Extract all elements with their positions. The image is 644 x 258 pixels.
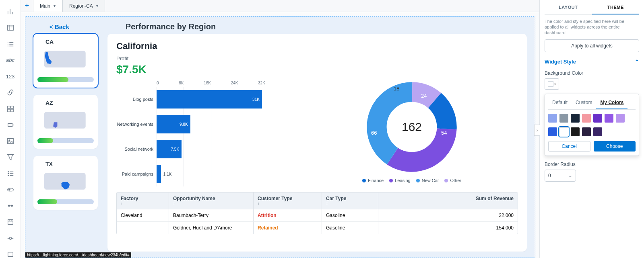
donut-seg-label: 66 (371, 130, 377, 136)
color-swatch-grid (548, 114, 636, 136)
color-cancel-button[interactable]: Cancel (548, 141, 590, 152)
donut-seg-label: 54 (441, 130, 447, 136)
component-icon[interactable] (6, 251, 14, 258)
date-icon[interactable] (6, 218, 14, 225)
theme-panel-tabs: LAYOUT THEME (545, 0, 639, 15)
metric-value: $7.5K (116, 63, 518, 76)
donut-seg-label: 18 (394, 86, 399, 92)
table-header-row: Factory↑ Opportunity Name↑ Customer Type… (117, 192, 518, 209)
tab-layout[interactable]: LAYOUT (545, 0, 592, 14)
color-tab-default[interactable]: Default (548, 97, 572, 109)
slider-icon[interactable] (6, 235, 14, 242)
sort-asc-icon[interactable]: ↑ (173, 201, 249, 206)
color-swatch[interactable] (582, 127, 591, 136)
image-icon[interactable] (6, 137, 14, 145)
color-swatch[interactable] (593, 127, 602, 136)
svg-point-9 (8, 175, 8, 176)
chart-bar-icon[interactable] (6, 8, 14, 15)
main-widget[interactable]: California Profit $7.5K 0 8K 16K 24K 32K (107, 34, 527, 252)
dashboard-page[interactable]: < Back Performance by Region CA AZ (25, 16, 535, 258)
region-card-az[interactable]: AZ (33, 95, 98, 149)
color-swatch-selected[interactable] (559, 127, 568, 136)
tab-theme[interactable]: THEME (592, 0, 640, 14)
color-tab-mycolors[interactable]: My Colors (596, 97, 627, 109)
region-card-tx[interactable]: TX (33, 156, 98, 210)
sort-asc-icon[interactable]: ↑ (258, 201, 318, 206)
toggle-icon[interactable] (6, 186, 14, 193)
color-swatch[interactable] (548, 127, 557, 136)
svg-point-7 (8, 171, 8, 172)
region-selector: CA AZ TX (33, 34, 98, 252)
region-label: CA (45, 39, 94, 45)
chevron-down-icon: ⌄ (568, 173, 572, 178)
tab-main[interactable]: Main▾ (33, 0, 62, 12)
number-icon[interactable]: 123 (6, 73, 14, 80)
tab-region-ca[interactable]: Region-CA▾ (62, 0, 105, 12)
page-tab-bar: + Main▾ Region-CA▾ (21, 0, 539, 12)
container-icon[interactable] (6, 105, 14, 113)
table-row[interactable]: Cleveland Baumbach-Terry Attrition Gasol… (117, 209, 518, 221)
color-swatch[interactable] (582, 114, 591, 123)
border-radius-select[interactable]: 0 ⌄ (545, 170, 576, 182)
svg-point-11 (8, 189, 10, 190)
table-row[interactable]: Goldner, Huel and D'Amore Retained Gasol… (117, 221, 518, 234)
left-widget-rail: abc 123 (0, 0, 21, 258)
svg-rect-5 (7, 139, 13, 144)
table-icon[interactable] (6, 24, 14, 31)
widget-style-section[interactable]: Widget Style ⌃ (545, 59, 639, 65)
list-number-icon[interactable] (6, 41, 14, 48)
bar-chart[interactable]: 0 8K 16K 24K 32K Blog posts Networking e… (116, 81, 289, 186)
color-swatch[interactable] (559, 114, 568, 123)
bar-label: Paid campaigns (116, 172, 157, 176)
svg-rect-4 (10, 109, 13, 112)
color-popover: Default Custom My Colors Cancel Choose (545, 94, 639, 156)
link-icon[interactable] (6, 89, 14, 96)
color-swatch[interactable] (548, 114, 557, 123)
text-icon[interactable]: abc (6, 57, 14, 64)
donut-chart-area: 162 18 24 54 66 Finance Leasing New Car … (305, 81, 518, 186)
bar-label: Blog posts (116, 97, 157, 102)
bar-chart-x-axis: 0 8K 16K 24K 32K (157, 81, 265, 85)
panel-collapse-button[interactable]: › (534, 125, 540, 136)
color-swatch[interactable] (571, 127, 580, 136)
region-card-ca[interactable]: CA (33, 34, 98, 88)
caret-down-icon: ▾ (554, 82, 556, 86)
page-title: Performance by Region (126, 22, 216, 31)
bar-label: Social network (116, 147, 157, 152)
bg-color-label: Background Color (545, 70, 639, 76)
apply-all-button[interactable]: Apply to all widgets (545, 39, 639, 52)
color-swatch[interactable] (605, 114, 613, 123)
bar-label: Networking events (116, 122, 157, 127)
svg-point-13 (11, 205, 12, 207)
color-swatch[interactable] (571, 114, 580, 123)
mini-map-tx (37, 170, 94, 194)
donut-legend: Finance Leasing New Car Other (362, 178, 461, 183)
color-choose-button[interactable]: Choose (594, 141, 636, 152)
color-tab-custom[interactable]: Custom (572, 97, 596, 109)
back-link[interactable]: < Back (50, 23, 69, 30)
region-progress (37, 199, 94, 204)
theme-panel: › LAYOUT THEME The color and style speci… (539, 0, 644, 258)
filter-icon[interactable] (6, 154, 14, 161)
bullets-icon[interactable] (6, 170, 14, 177)
theme-description: The color and style specified here will … (545, 19, 639, 35)
color-swatch[interactable] (616, 114, 625, 123)
table-body: Cleveland Baumbach-Terry Attrition Gasol… (117, 209, 518, 234)
revenue-table[interactable]: Factory↑ Opportunity Name↑ Customer Type… (116, 192, 518, 234)
chevron-down-icon: ▾ (54, 4, 56, 8)
metric-label: Profit (116, 55, 518, 61)
sort-asc-icon[interactable]: ↑ (121, 201, 165, 206)
svg-point-12 (8, 205, 10, 207)
mini-map-az (37, 109, 94, 133)
canvas-area: + Main▾ Region-CA▾ < Back Performance by… (21, 0, 539, 258)
chevron-up-icon: ⌃ (635, 59, 639, 65)
donut-chart[interactable]: 162 18 24 54 66 (365, 81, 458, 173)
add-tab-button[interactable]: + (21, 0, 33, 12)
sort-asc-icon[interactable]: ↑ (326, 201, 374, 206)
bg-color-picker-button[interactable]: ▾ (545, 78, 559, 90)
svg-rect-18 (44, 112, 86, 129)
range-icon[interactable] (6, 202, 14, 209)
color-swatch[interactable] (593, 114, 602, 123)
input-icon[interactable] (6, 121, 14, 129)
svg-point-15 (9, 237, 11, 239)
